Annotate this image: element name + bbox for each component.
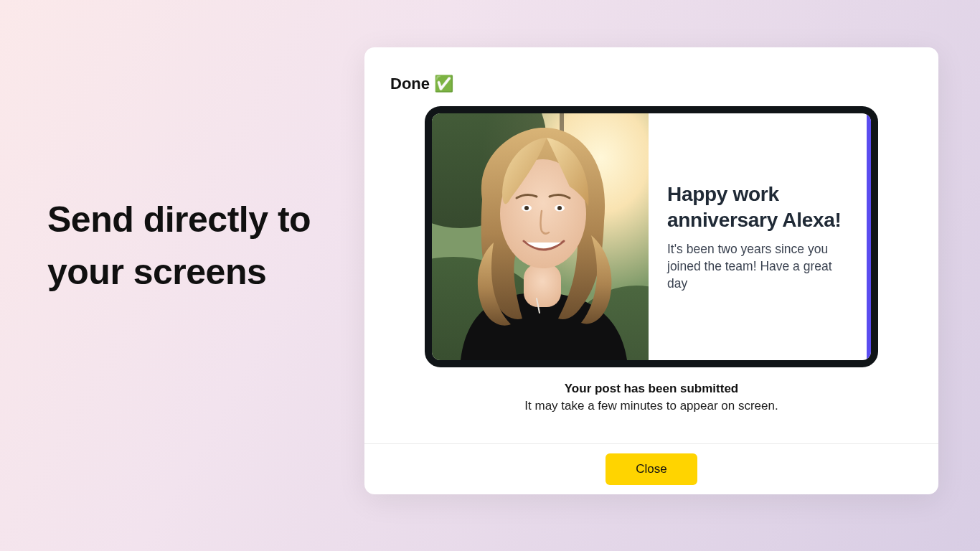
submission-status-sub: It may take a few minutes to appear on s… xyxy=(390,399,913,413)
svg-rect-5 xyxy=(524,264,561,307)
preview-text-panel: Happy work anniversary Alexa! It's been … xyxy=(649,113,871,360)
close-button[interactable]: Close xyxy=(606,453,697,485)
svg-point-10 xyxy=(557,206,562,210)
svg-point-9 xyxy=(524,206,529,210)
done-status-text: Done xyxy=(390,75,430,93)
submission-status-headline: Your post has been submitted xyxy=(390,382,913,396)
submission-status: Your post has been submitted It may take… xyxy=(390,382,913,413)
preview-image xyxy=(432,113,649,360)
preview-body: It's been two years since you joined the… xyxy=(667,240,852,292)
screen-preview-frame: Happy work anniversary Alexa! It's been … xyxy=(425,106,878,367)
preview-title: Happy work anniversary Alexa! xyxy=(667,182,852,233)
hero-headline: Send directly to your screens xyxy=(47,194,334,298)
checkmark-icon: ✅ xyxy=(434,75,453,93)
confirmation-modal: Done ✅ xyxy=(364,47,938,494)
modal-footer: Close xyxy=(364,443,938,494)
done-status: Done ✅ xyxy=(390,75,913,93)
